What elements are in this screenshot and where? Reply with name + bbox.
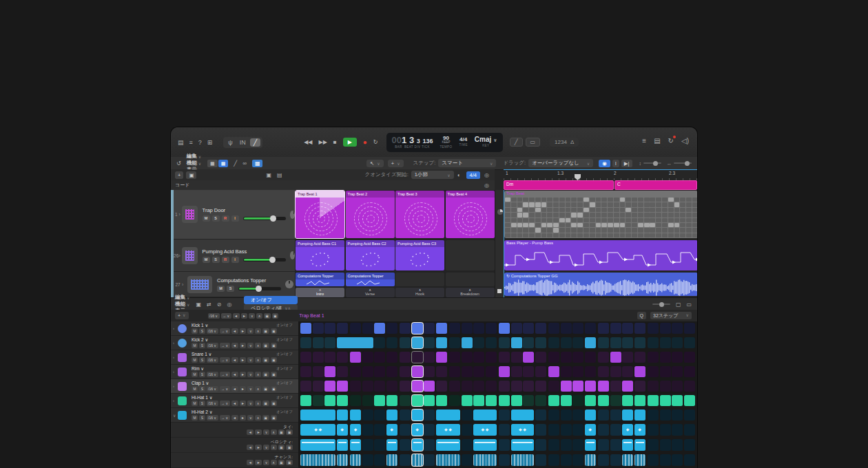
seq-menu-0[interactable]: 編集∨ bbox=[175, 294, 189, 301]
step-cell[interactable] bbox=[660, 352, 671, 363]
step-cell[interactable] bbox=[684, 337, 695, 348]
row-option-button-0[interactable]: ▣ bbox=[262, 415, 269, 421]
top-menu-1[interactable]: 機能∨ bbox=[187, 160, 201, 167]
active-step[interactable] bbox=[412, 395, 423, 406]
inspector-icon[interactable]: ⊞ bbox=[207, 139, 213, 146]
step-cell[interactable] bbox=[400, 439, 411, 451]
list-editors-icon[interactable]: ≡ bbox=[642, 137, 646, 145]
active-step[interactable] bbox=[350, 454, 361, 466]
step-cell[interactable] bbox=[622, 366, 633, 377]
step-cell[interactable] bbox=[362, 323, 373, 334]
row-option-button-0[interactable]: ▣ bbox=[278, 460, 285, 465]
step-cell[interactable] bbox=[473, 323, 484, 334]
row-option-button-0[interactable]: ▣ bbox=[278, 429, 285, 435]
pointer-tool-menu[interactable]: ↖∨ bbox=[366, 160, 384, 167]
loop-cell[interactable]: Computations Topper bbox=[296, 273, 344, 286]
scene-trigger-breakdown[interactable]: ∧Breakdown bbox=[446, 288, 495, 297]
live-loops-grid-icon[interactable]: ▦ bbox=[252, 160, 263, 167]
step-cell[interactable] bbox=[572, 439, 583, 451]
step-cell[interactable] bbox=[412, 352, 423, 363]
add-row-button[interactable]: +∨ bbox=[175, 312, 189, 319]
display-mode-icon[interactable]: ▭ bbox=[526, 138, 541, 147]
active-step[interactable] bbox=[300, 395, 311, 406]
step-cell[interactable] bbox=[324, 352, 335, 363]
r-button[interactable]: R bbox=[222, 215, 229, 222]
octave-button-1[interactable]: ∧ bbox=[255, 386, 261, 392]
active-step[interactable] bbox=[585, 439, 596, 451]
step-cell[interactable] bbox=[462, 381, 473, 392]
step-cell[interactable] bbox=[300, 352, 311, 363]
step-cell[interactable] bbox=[523, 323, 534, 334]
step-cell[interactable] bbox=[684, 439, 695, 451]
active-step[interactable] bbox=[300, 410, 335, 421]
step-cell[interactable] bbox=[672, 424, 683, 436]
seq-subrow-velocity[interactable]: ベロシティ:◄►∨∧▣▣ bbox=[171, 438, 298, 453]
chord-eye-icon[interactable]: ◎ bbox=[484, 182, 489, 189]
active-step[interactable] bbox=[523, 352, 534, 363]
step-cell[interactable] bbox=[337, 323, 348, 334]
quantize-q-button[interactable]: Q bbox=[637, 312, 646, 319]
step-cell[interactable] bbox=[499, 439, 510, 451]
metronome-icon[interactable]: Δ bbox=[570, 139, 574, 145]
loop-icon[interactable]: ∞ bbox=[242, 160, 247, 167]
rate-box[interactable]: /16 ∨ bbox=[207, 415, 218, 421]
step-cell[interactable] bbox=[648, 323, 659, 334]
step-cell[interactable] bbox=[535, 366, 546, 377]
nudge-button-1[interactable]: ► bbox=[240, 415, 247, 421]
step-cell[interactable] bbox=[535, 323, 546, 334]
nudge-button-0[interactable]: ◄ bbox=[247, 429, 254, 435]
active-step[interactable] bbox=[672, 395, 683, 406]
active-step[interactable] bbox=[424, 395, 435, 406]
cycle-button[interactable]: ↻ bbox=[373, 139, 378, 145]
step-cell[interactable] bbox=[660, 366, 671, 377]
active-step[interactable] bbox=[337, 381, 348, 392]
text-tool-button[interactable]: I bbox=[612, 160, 619, 167]
active-step[interactable] bbox=[337, 439, 348, 451]
step-cell[interactable] bbox=[548, 424, 559, 436]
nudge-button-0[interactable]: ◄ bbox=[231, 328, 238, 334]
active-step[interactable] bbox=[585, 410, 596, 421]
row-option-button-1[interactable]: ▣ bbox=[286, 445, 293, 450]
step-cell[interactable] bbox=[424, 352, 435, 363]
step-cell[interactable] bbox=[561, 454, 572, 466]
seq-window-icon[interactable]: ▭ bbox=[686, 301, 692, 308]
row-option-button-0[interactable]: ▣ bbox=[278, 445, 285, 450]
nudge-button-1[interactable]: ► bbox=[240, 386, 247, 392]
step-cell[interactable] bbox=[462, 424, 473, 436]
octave-button-0[interactable]: ∨ bbox=[247, 386, 254, 392]
pan-knob[interactable] bbox=[290, 211, 295, 219]
count-in-icon[interactable]: IN bbox=[237, 138, 249, 147]
nudge-button-1[interactable]: ► bbox=[255, 460, 262, 465]
step-cell[interactable] bbox=[535, 337, 546, 348]
row-disclosure-icon[interactable]: › bbox=[173, 341, 174, 345]
view-toggle-0[interactable]: ▦ bbox=[207, 160, 218, 167]
active-step[interactable]: ◆ bbox=[337, 424, 348, 436]
octave-button-1[interactable]: ∧ bbox=[271, 445, 277, 450]
nudge-button-0[interactable]: ◄ bbox=[231, 343, 238, 348]
loop-cell[interactable]: Computations Topper bbox=[346, 273, 395, 286]
catch-playhead-button[interactable]: ◉ bbox=[599, 160, 610, 167]
octave-button-1[interactable]: ∧ bbox=[271, 460, 277, 465]
step-cell[interactable] bbox=[684, 454, 695, 466]
m-button[interactable]: M bbox=[192, 328, 198, 334]
direction-box[interactable]: → ∨ bbox=[220, 357, 230, 363]
octave-button-0[interactable]: ∨ bbox=[247, 372, 254, 377]
nudge-button-1[interactable]: ► bbox=[255, 445, 262, 450]
row-option-button-0[interactable]: ▣ bbox=[262, 372, 269, 377]
s-button[interactable]: S bbox=[212, 257, 220, 263]
active-step[interactable] bbox=[684, 395, 695, 406]
active-step[interactable] bbox=[561, 395, 572, 406]
step-count-dropdown[interactable]: 32ステップ∨ bbox=[650, 312, 692, 319]
active-step[interactable] bbox=[337, 410, 348, 421]
step-cell[interactable] bbox=[598, 410, 609, 421]
step-cell[interactable] bbox=[400, 395, 411, 406]
row-option-button-0[interactable]: ▣ bbox=[262, 386, 269, 392]
step-cell[interactable] bbox=[499, 454, 510, 466]
step-cell[interactable] bbox=[499, 337, 510, 348]
step-cell[interactable] bbox=[561, 337, 572, 348]
row-disclosure-icon[interactable]: › bbox=[173, 370, 174, 374]
active-step[interactable] bbox=[598, 381, 609, 392]
active-step[interactable] bbox=[350, 352, 361, 363]
step-cell[interactable] bbox=[622, 323, 633, 334]
active-step[interactable] bbox=[412, 381, 423, 392]
